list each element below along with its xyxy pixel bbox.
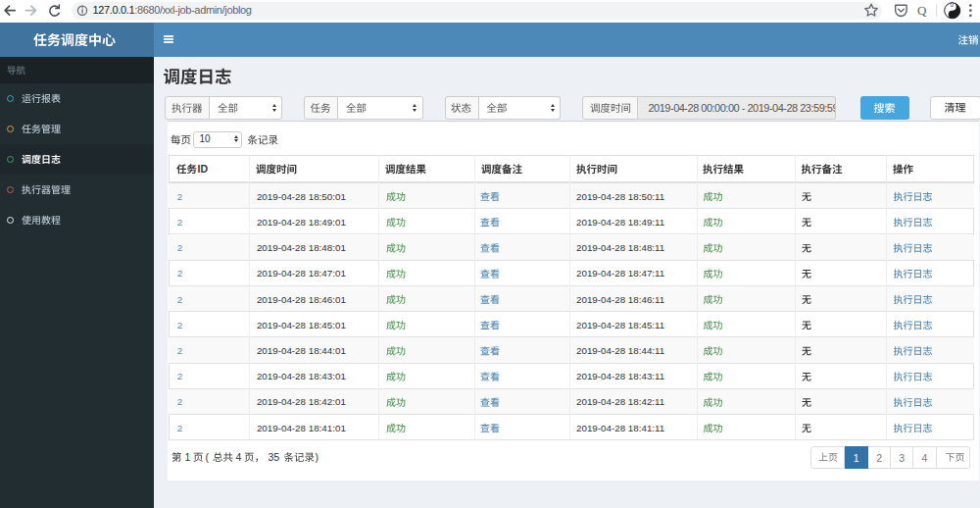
svg-text:0: 0 — [951, 1, 955, 8]
